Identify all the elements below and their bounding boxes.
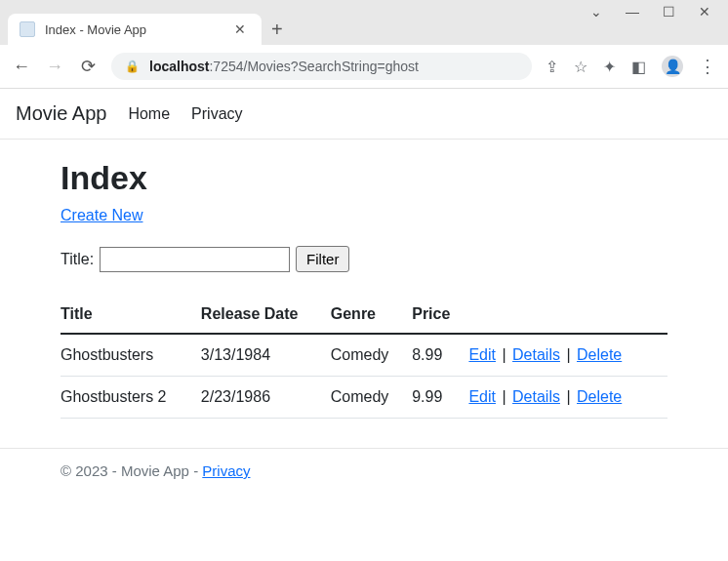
delete-link[interactable]: Delete xyxy=(577,388,622,405)
chevron-down-icon[interactable]: ⌄ xyxy=(590,4,602,20)
minimize-icon[interactable]: — xyxy=(626,4,639,20)
url-text: localhost:7254/Movies?SearchString=ghost xyxy=(149,59,419,74)
details-link[interactable]: Details xyxy=(512,388,560,405)
maximize-icon[interactable]: ☐ xyxy=(663,4,675,20)
cell-actions: Edit | Details | Delete xyxy=(468,334,667,377)
movies-table: Title Release Date Genre Price Ghostbust… xyxy=(61,296,667,419)
table-header-row: Title Release Date Genre Price xyxy=(61,296,667,334)
table-row: Ghostbusters 2 2/23/1986 Comedy 9.99 Edi… xyxy=(61,377,667,419)
filter-button[interactable]: Filter xyxy=(296,246,349,272)
page-title: Index xyxy=(61,159,667,197)
cell-title: Ghostbusters 2 xyxy=(61,377,201,419)
create-new-link[interactable]: Create New xyxy=(61,207,142,223)
url-host: localhost xyxy=(149,59,209,74)
cell-actions: Edit | Details | Delete xyxy=(468,377,667,419)
details-link[interactable]: Details xyxy=(512,346,560,363)
nav-link-privacy[interactable]: Privacy xyxy=(191,105,242,123)
col-price: Price xyxy=(412,296,468,334)
col-actions xyxy=(468,296,667,334)
url-path: :7254/Movies?SearchString=ghost xyxy=(209,59,418,74)
cell-price: 8.99 xyxy=(412,334,468,377)
browser-toolbar: ← → ⟳ 🔒 localhost:7254/Movies?SearchStri… xyxy=(0,45,728,88)
filter-form: Title: Filter xyxy=(61,246,667,272)
col-release-date: Release Date xyxy=(201,296,331,334)
brand-link[interactable]: Movie App xyxy=(16,102,106,125)
cell-release-date: 2/23/1986 xyxy=(201,377,331,419)
footer-privacy-link[interactable]: Privacy xyxy=(202,462,250,479)
close-window-icon[interactable]: ✕ xyxy=(699,4,710,20)
reload-button[interactable]: ⟳ xyxy=(78,56,98,77)
address-bar[interactable]: 🔒 localhost:7254/Movies?SearchString=gho… xyxy=(111,53,532,80)
menu-icon[interactable]: ⋮ xyxy=(699,56,716,77)
toolbar-icons: ⇪ ☆ ✦ ◧ 👤 ⋮ xyxy=(546,56,716,77)
extensions-icon[interactable]: ✦ xyxy=(603,58,616,76)
share-icon[interactable]: ⇪ xyxy=(546,58,558,76)
col-genre: Genre xyxy=(331,296,412,334)
tab-title: Index - Movie App xyxy=(45,22,221,37)
nav-link-home[interactable]: Home xyxy=(128,105,170,123)
table-row: Ghostbusters 3/13/1984 Comedy 8.99 Edit … xyxy=(61,334,667,377)
delete-link[interactable]: Delete xyxy=(577,346,622,363)
browser-chrome: ⌄ — ☐ ✕ Index - Movie App ✕ + ← → ⟳ 🔒 lo… xyxy=(0,0,728,89)
new-tab-button[interactable]: + xyxy=(262,17,293,43)
main-content: Index Create New Title: Filter Title Rel… xyxy=(0,140,728,448)
cell-genre: Comedy xyxy=(331,334,412,377)
footer-text: © 2023 - Movie App - xyxy=(61,462,202,479)
page-footer: © 2023 - Movie App - Privacy xyxy=(0,448,728,493)
tab-bar: Index - Movie App ✕ + xyxy=(0,14,728,45)
cell-price: 9.99 xyxy=(412,377,468,419)
star-icon[interactable]: ☆ xyxy=(574,58,587,76)
favicon-icon xyxy=(20,21,35,37)
cell-release-date: 3/13/1984 xyxy=(201,334,331,377)
back-button[interactable]: ← xyxy=(12,57,31,77)
filter-label: Title: xyxy=(61,251,94,268)
app-navbar: Movie App Home Privacy xyxy=(0,89,728,140)
cell-title: Ghostbusters xyxy=(61,334,201,377)
edit-link[interactable]: Edit xyxy=(468,388,496,405)
profile-avatar[interactable]: 👤 xyxy=(662,56,683,77)
lock-icon: 🔒 xyxy=(125,60,140,73)
close-tab-icon[interactable]: ✕ xyxy=(230,21,250,37)
edit-link[interactable]: Edit xyxy=(468,346,496,363)
col-title: Title xyxy=(61,296,201,334)
panel-icon[interactable]: ◧ xyxy=(631,58,646,76)
forward-button[interactable]: → xyxy=(45,57,64,77)
page-viewport: Movie App Home Privacy Index Create New … xyxy=(0,89,728,558)
browser-tab[interactable]: Index - Movie App ✕ xyxy=(8,14,262,45)
title-input[interactable] xyxy=(100,247,290,272)
cell-genre: Comedy xyxy=(331,377,412,419)
